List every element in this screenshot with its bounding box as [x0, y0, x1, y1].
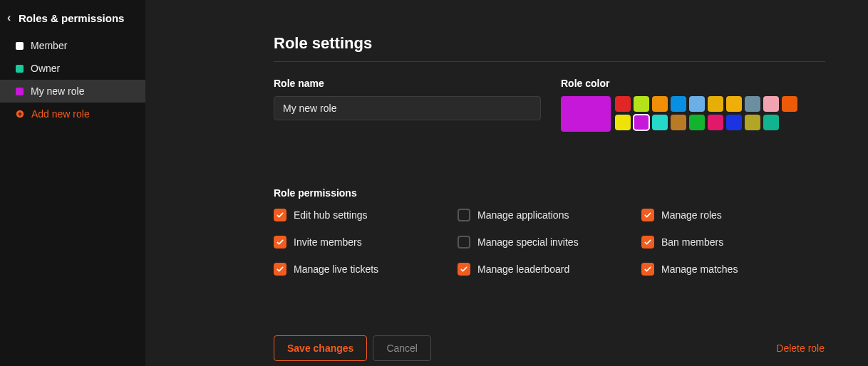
permission-label: Invite members: [294, 236, 362, 248]
color-swatch[interactable]: [708, 96, 723, 112]
permission-item: Ban members: [641, 236, 825, 249]
add-role-button[interactable]: Add new role: [0, 103, 145, 125]
title-divider: [274, 61, 825, 62]
permission-checkbox[interactable]: [641, 263, 654, 276]
role-name-group: Role name: [274, 78, 541, 132]
permission-checkbox[interactable]: [641, 236, 654, 249]
sidebar: ‹ Roles & permissions MemberOwnerMy new …: [0, 0, 145, 366]
permission-label: Edit hub settings: [294, 209, 368, 221]
permission-checkbox[interactable]: [458, 263, 470, 276]
color-swatch[interactable]: [652, 115, 668, 130]
color-swatch[interactable]: [763, 115, 779, 130]
role-color-swatch: [16, 42, 24, 50]
color-swatch[interactable]: [671, 115, 686, 130]
add-role-label: Add new role: [31, 108, 90, 120]
permission-label: Manage live tickets: [294, 263, 378, 275]
color-swatch[interactable]: [652, 96, 668, 112]
main-content: Role settings Role name Role color Role …: [145, 0, 868, 366]
plus-circle-icon: [16, 110, 24, 118]
color-swatch[interactable]: [634, 115, 649, 130]
permission-checkbox[interactable]: [641, 209, 654, 221]
color-swatch[interactable]: [745, 96, 760, 112]
page-title: Role settings: [274, 34, 825, 53]
permissions-section: Role permissions Edit hub settingsManage…: [274, 187, 825, 276]
role-color-swatch: [16, 88, 24, 95]
footer-actions: Save changes Cancel Delete role: [274, 335, 825, 361]
color-swatch[interactable]: [782, 96, 797, 112]
permission-item: Manage applications: [458, 209, 641, 221]
delete-role-button[interactable]: Delete role: [775, 335, 825, 361]
permission-label: Manage special invites: [477, 236, 579, 248]
permissions-label: Role permissions: [274, 187, 825, 199]
back-icon: ‹: [7, 11, 13, 24]
color-picker: [561, 96, 797, 132]
sidebar-header[interactable]: ‹ Roles & permissions: [0, 11, 145, 34]
permission-checkbox[interactable]: [274, 209, 286, 221]
permission-checkbox[interactable]: [458, 209, 470, 221]
sidebar-role-item[interactable]: Owner: [0, 57, 145, 80]
role-item-label: Member: [31, 40, 67, 51]
permission-label: Manage matches: [661, 263, 738, 275]
permission-item: Manage roles: [641, 209, 825, 221]
permission-item: Manage special invites: [458, 236, 641, 249]
color-swatch[interactable]: [726, 96, 742, 112]
sidebar-title: Roles & permissions: [19, 12, 124, 24]
permission-item: Manage leaderboard: [458, 263, 641, 276]
color-swatch[interactable]: [671, 96, 686, 112]
role-color-label: Role color: [561, 78, 797, 89]
color-swatch[interactable]: [634, 96, 649, 112]
color-swatch[interactable]: [615, 115, 631, 130]
sidebar-role-item[interactable]: Member: [0, 34, 145, 57]
permission-label: Ban members: [661, 236, 723, 248]
permission-item: Manage matches: [641, 263, 825, 276]
permission-label: Manage roles: [661, 209, 722, 221]
role-name-input[interactable]: [274, 96, 541, 120]
color-swatch[interactable]: [726, 115, 742, 130]
role-item-label: Owner: [31, 63, 60, 74]
role-color-group: Role color: [561, 78, 797, 132]
color-swatch[interactable]: [763, 96, 779, 112]
role-name-label: Role name: [274, 78, 541, 89]
permission-checkbox[interactable]: [274, 263, 286, 276]
permission-checkbox[interactable]: [458, 236, 470, 249]
permission-label: Manage leaderboard: [477, 263, 569, 275]
permission-checkbox[interactable]: [274, 236, 286, 249]
save-button[interactable]: Save changes: [274, 335, 367, 361]
color-swatch[interactable]: [745, 115, 760, 130]
color-swatch[interactable]: [689, 96, 705, 112]
permission-label: Manage applications: [477, 209, 569, 221]
color-swatch[interactable]: [708, 115, 723, 130]
sidebar-role-item[interactable]: My new role: [0, 80, 145, 103]
cancel-button[interactable]: Cancel: [373, 335, 431, 361]
role-item-label: My new role: [31, 85, 84, 97]
permission-item: Edit hub settings: [274, 209, 458, 221]
permission-item: Manage live tickets: [274, 263, 458, 276]
current-color-swatch: [561, 96, 611, 132]
role-color-swatch: [16, 65, 24, 73]
color-swatch[interactable]: [689, 115, 705, 130]
permission-item: Invite members: [274, 236, 458, 249]
color-swatch[interactable]: [615, 96, 631, 112]
